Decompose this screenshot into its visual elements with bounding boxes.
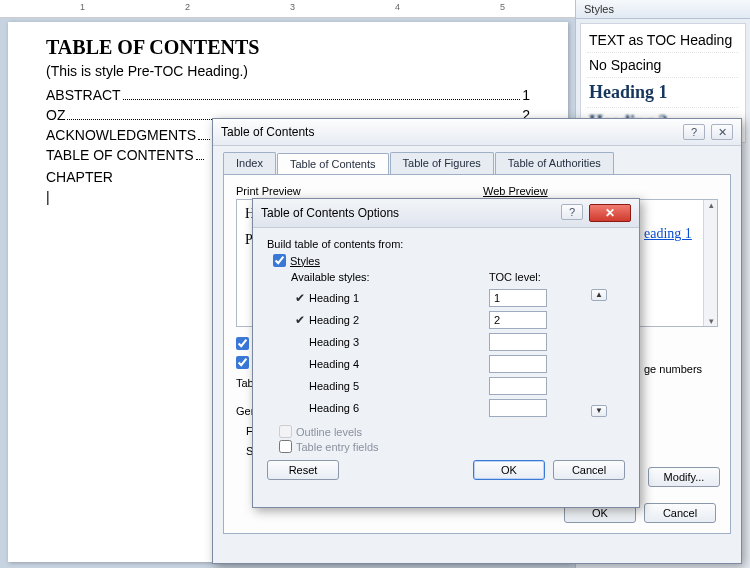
toc-level-input[interactable]	[489, 333, 547, 351]
checkbox[interactable]	[279, 440, 292, 453]
dialog-body: Build table of contents from: Styles Ava…	[253, 228, 639, 490]
style-item[interactable]: No Spacing	[587, 53, 739, 78]
dialog-title: Table of Contents	[221, 125, 314, 139]
spin-up-icon[interactable]: ▲	[591, 289, 607, 301]
toc-level-input[interactable]	[489, 399, 547, 417]
style-name: Heading 2	[309, 314, 359, 326]
style-row: Heading 6	[291, 397, 481, 419]
style-name: Heading 4	[309, 358, 359, 370]
toc-level-header: TOC level:	[489, 271, 579, 283]
toc-entry: ABSTRACT 1	[46, 87, 530, 103]
styles-checkbox[interactable]: Styles	[273, 254, 625, 267]
toc-entry: ACKNOWLEDGMENTS	[46, 127, 216, 143]
dialog-system-buttons: ? ✕	[561, 204, 631, 222]
tab-table-of-contents[interactable]: Table of Contents	[277, 153, 389, 175]
style-row: Heading 3	[291, 331, 481, 353]
style-row: ✔ Heading 1	[291, 287, 481, 309]
checkbox[interactable]	[236, 356, 249, 369]
toc-entry-label: ACKNOWLEDGMENTS	[46, 127, 196, 143]
toc-level-input[interactable]	[489, 289, 547, 307]
web-preview-label: Web Preview	[483, 185, 718, 197]
toc-options-dialog: Table of Contents Options ? ✕ Build tabl…	[252, 198, 640, 508]
dialog-system-buttons: ? ✕	[683, 124, 733, 140]
modify-button[interactable]: Modify...	[648, 467, 720, 487]
style-row: Heading 4	[291, 353, 481, 375]
ruler-tick: 4	[395, 2, 400, 12]
dialog-titlebar[interactable]: Table of Contents ? ✕	[213, 119, 741, 146]
dialog-tabs: Index Table of Contents Table of Figures…	[213, 146, 741, 174]
build-from-label: Build table of contents from:	[267, 238, 625, 250]
toc-entry-label: ABSTRACT	[46, 87, 121, 103]
style-name: Heading 3	[309, 336, 359, 348]
tab-table-of-figures[interactable]: Table of Figures	[390, 152, 494, 174]
style-item[interactable]: TEXT as TOC Heading	[587, 28, 739, 53]
checkbox-label: Table entry fields	[296, 441, 379, 453]
available-styles-header: Available styles:	[291, 271, 481, 283]
dialog-title: Table of Contents Options	[261, 206, 399, 220]
checkbox[interactable]	[236, 337, 249, 350]
toc-dots	[198, 139, 210, 140]
dialog-titlebar[interactable]: Table of Contents Options ? ✕	[253, 199, 639, 228]
tab-index[interactable]: Index	[223, 152, 276, 174]
toc-entry-label: OZ	[46, 107, 65, 123]
scrollbar[interactable]: ▴▾	[703, 200, 718, 326]
checkbox-label: Styles	[290, 255, 320, 267]
page-title: TABLE OF CONTENTS	[46, 36, 530, 59]
style-name: Heading 6	[309, 402, 359, 414]
checkbox[interactable]	[279, 425, 292, 438]
pre-toc-note: (This is style Pre-TOC Heading.)	[46, 63, 530, 79]
toc-entry: TABLE OF CONTENTS	[46, 147, 216, 163]
toc-dots	[196, 159, 204, 160]
check-icon: ✔	[291, 313, 309, 327]
ruler-tick: 3	[290, 2, 295, 12]
style-item-heading1[interactable]: Heading 1	[587, 78, 739, 108]
ruler-tick: 2	[185, 2, 190, 12]
close-icon[interactable]: ✕	[589, 204, 631, 222]
ok-button[interactable]: OK	[473, 460, 545, 480]
toc-level-input[interactable]	[489, 311, 547, 329]
spin-down-icon[interactable]: ▼	[591, 405, 607, 417]
ruler-tick: 5	[500, 2, 505, 12]
style-row: ✔ Heading 2	[291, 309, 481, 331]
toc-level-input[interactable]	[489, 355, 547, 373]
close-icon[interactable]: ✕	[711, 124, 733, 140]
help-icon[interactable]: ?	[683, 124, 705, 140]
tab-table-of-authorities[interactable]: Table of Authorities	[495, 152, 614, 174]
hyperlink-numbers-tail: ge numbers	[644, 363, 702, 375]
checkbox[interactable]	[273, 254, 286, 267]
style-row: Heading 5	[291, 375, 481, 397]
checkbox-label: Outline levels	[296, 426, 362, 438]
reset-button[interactable]: Reset	[267, 460, 339, 480]
style-name: Heading 5	[309, 380, 359, 392]
toc-entry-page: 1	[522, 87, 530, 103]
cancel-button[interactable]: Cancel	[553, 460, 625, 480]
cancel-button[interactable]: Cancel	[644, 503, 716, 523]
toc-dots	[123, 99, 521, 100]
style-name: Heading 1	[309, 292, 359, 304]
table-entry-fields-checkbox[interactable]: Table entry fields	[279, 440, 625, 453]
print-preview-label: Print Preview	[236, 185, 471, 197]
toc-level-input[interactable]	[489, 377, 547, 395]
toc-entry-label: TABLE OF CONTENTS	[46, 147, 194, 163]
check-icon: ✔	[291, 291, 309, 305]
horizontal-ruler: 1 2 3 4 5	[0, 0, 575, 18]
outline-levels-checkbox[interactable]: Outline levels	[279, 425, 625, 438]
styles-pane-header: Styles	[576, 0, 750, 19]
help-icon[interactable]: ?	[561, 204, 583, 220]
web-preview-link[interactable]: eading 1	[644, 226, 692, 241]
ruler-tick: 1	[80, 2, 85, 12]
